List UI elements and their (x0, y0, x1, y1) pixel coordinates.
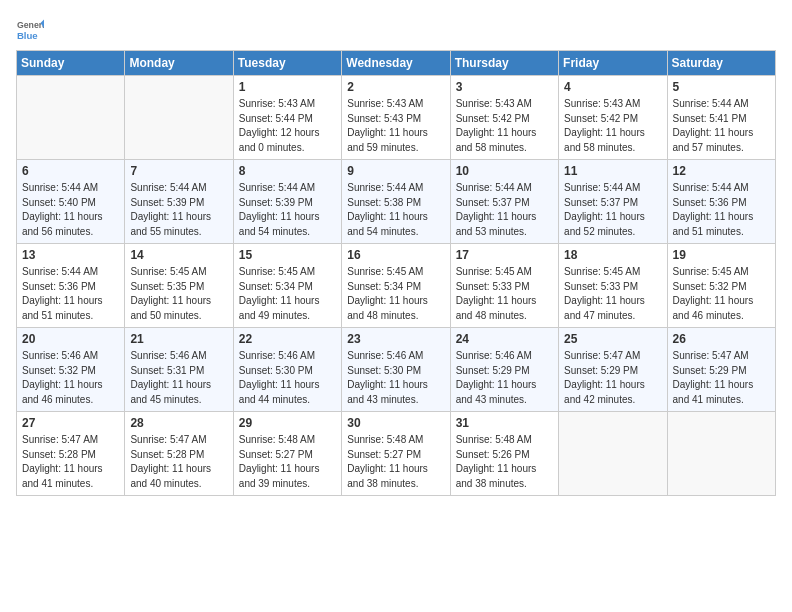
cell-details: Sunrise: 5:44 AM Sunset: 5:36 PM Dayligh… (673, 181, 770, 239)
calendar-cell: 26Sunrise: 5:47 AM Sunset: 5:29 PM Dayli… (667, 328, 775, 412)
day-number: 17 (456, 248, 553, 262)
cell-details: Sunrise: 5:44 AM Sunset: 5:37 PM Dayligh… (456, 181, 553, 239)
day-number: 4 (564, 80, 661, 94)
cell-details: Sunrise: 5:45 AM Sunset: 5:33 PM Dayligh… (456, 265, 553, 323)
weekday-header-friday: Friday (559, 51, 667, 76)
day-number: 22 (239, 332, 336, 346)
day-number: 20 (22, 332, 119, 346)
weekday-header-row: SundayMondayTuesdayWednesdayThursdayFrid… (17, 51, 776, 76)
day-number: 25 (564, 332, 661, 346)
day-number: 27 (22, 416, 119, 430)
weekday-header-saturday: Saturday (667, 51, 775, 76)
day-number: 5 (673, 80, 770, 94)
logo-icon: General Blue (16, 16, 44, 44)
calendar-cell: 5Sunrise: 5:44 AM Sunset: 5:41 PM Daylig… (667, 76, 775, 160)
day-number: 1 (239, 80, 336, 94)
cell-details: Sunrise: 5:48 AM Sunset: 5:26 PM Dayligh… (456, 433, 553, 491)
day-number: 11 (564, 164, 661, 178)
calendar-cell: 3Sunrise: 5:43 AM Sunset: 5:42 PM Daylig… (450, 76, 558, 160)
calendar-cell: 1Sunrise: 5:43 AM Sunset: 5:44 PM Daylig… (233, 76, 341, 160)
day-number: 6 (22, 164, 119, 178)
calendar-cell: 13Sunrise: 5:44 AM Sunset: 5:36 PM Dayli… (17, 244, 125, 328)
cell-details: Sunrise: 5:46 AM Sunset: 5:32 PM Dayligh… (22, 349, 119, 407)
calendar-cell: 6Sunrise: 5:44 AM Sunset: 5:40 PM Daylig… (17, 160, 125, 244)
cell-details: Sunrise: 5:48 AM Sunset: 5:27 PM Dayligh… (239, 433, 336, 491)
calendar-cell: 12Sunrise: 5:44 AM Sunset: 5:36 PM Dayli… (667, 160, 775, 244)
calendar-table: SundayMondayTuesdayWednesdayThursdayFrid… (16, 50, 776, 496)
calendar-cell: 2Sunrise: 5:43 AM Sunset: 5:43 PM Daylig… (342, 76, 450, 160)
calendar-cell: 19Sunrise: 5:45 AM Sunset: 5:32 PM Dayli… (667, 244, 775, 328)
calendar-cell: 15Sunrise: 5:45 AM Sunset: 5:34 PM Dayli… (233, 244, 341, 328)
cell-details: Sunrise: 5:46 AM Sunset: 5:30 PM Dayligh… (239, 349, 336, 407)
page-header: General Blue (16, 16, 776, 44)
weekday-header-tuesday: Tuesday (233, 51, 341, 76)
calendar-week-1: 1Sunrise: 5:43 AM Sunset: 5:44 PM Daylig… (17, 76, 776, 160)
cell-details: Sunrise: 5:45 AM Sunset: 5:34 PM Dayligh… (239, 265, 336, 323)
calendar-cell: 27Sunrise: 5:47 AM Sunset: 5:28 PM Dayli… (17, 412, 125, 496)
calendar-cell: 21Sunrise: 5:46 AM Sunset: 5:31 PM Dayli… (125, 328, 233, 412)
day-number: 3 (456, 80, 553, 94)
cell-details: Sunrise: 5:46 AM Sunset: 5:31 PM Dayligh… (130, 349, 227, 407)
cell-details: Sunrise: 5:48 AM Sunset: 5:27 PM Dayligh… (347, 433, 444, 491)
calendar-cell (17, 76, 125, 160)
day-number: 14 (130, 248, 227, 262)
cell-details: Sunrise: 5:44 AM Sunset: 5:41 PM Dayligh… (673, 97, 770, 155)
day-number: 15 (239, 248, 336, 262)
calendar-cell: 14Sunrise: 5:45 AM Sunset: 5:35 PM Dayli… (125, 244, 233, 328)
logo: General Blue (16, 16, 44, 44)
day-number: 19 (673, 248, 770, 262)
calendar-cell: 25Sunrise: 5:47 AM Sunset: 5:29 PM Dayli… (559, 328, 667, 412)
calendar-cell: 31Sunrise: 5:48 AM Sunset: 5:26 PM Dayli… (450, 412, 558, 496)
cell-details: Sunrise: 5:44 AM Sunset: 5:38 PM Dayligh… (347, 181, 444, 239)
cell-details: Sunrise: 5:45 AM Sunset: 5:35 PM Dayligh… (130, 265, 227, 323)
cell-details: Sunrise: 5:45 AM Sunset: 5:32 PM Dayligh… (673, 265, 770, 323)
calendar-cell: 9Sunrise: 5:44 AM Sunset: 5:38 PM Daylig… (342, 160, 450, 244)
calendar-cell: 10Sunrise: 5:44 AM Sunset: 5:37 PM Dayli… (450, 160, 558, 244)
calendar-cell: 28Sunrise: 5:47 AM Sunset: 5:28 PM Dayli… (125, 412, 233, 496)
cell-details: Sunrise: 5:45 AM Sunset: 5:33 PM Dayligh… (564, 265, 661, 323)
day-number: 21 (130, 332, 227, 346)
day-number: 23 (347, 332, 444, 346)
weekday-header-thursday: Thursday (450, 51, 558, 76)
cell-details: Sunrise: 5:43 AM Sunset: 5:44 PM Dayligh… (239, 97, 336, 155)
day-number: 7 (130, 164, 227, 178)
cell-details: Sunrise: 5:47 AM Sunset: 5:29 PM Dayligh… (673, 349, 770, 407)
cell-details: Sunrise: 5:44 AM Sunset: 5:39 PM Dayligh… (239, 181, 336, 239)
cell-details: Sunrise: 5:47 AM Sunset: 5:29 PM Dayligh… (564, 349, 661, 407)
calendar-cell: 23Sunrise: 5:46 AM Sunset: 5:30 PM Dayli… (342, 328, 450, 412)
calendar-cell (559, 412, 667, 496)
calendar-cell: 4Sunrise: 5:43 AM Sunset: 5:42 PM Daylig… (559, 76, 667, 160)
day-number: 29 (239, 416, 336, 430)
day-number: 2 (347, 80, 444, 94)
calendar-cell: 24Sunrise: 5:46 AM Sunset: 5:29 PM Dayli… (450, 328, 558, 412)
calendar-week-4: 20Sunrise: 5:46 AM Sunset: 5:32 PM Dayli… (17, 328, 776, 412)
cell-details: Sunrise: 5:46 AM Sunset: 5:30 PM Dayligh… (347, 349, 444, 407)
day-number: 8 (239, 164, 336, 178)
weekday-header-wednesday: Wednesday (342, 51, 450, 76)
cell-details: Sunrise: 5:44 AM Sunset: 5:39 PM Dayligh… (130, 181, 227, 239)
cell-details: Sunrise: 5:43 AM Sunset: 5:42 PM Dayligh… (564, 97, 661, 155)
cell-details: Sunrise: 5:47 AM Sunset: 5:28 PM Dayligh… (22, 433, 119, 491)
cell-details: Sunrise: 5:44 AM Sunset: 5:40 PM Dayligh… (22, 181, 119, 239)
calendar-week-2: 6Sunrise: 5:44 AM Sunset: 5:40 PM Daylig… (17, 160, 776, 244)
cell-details: Sunrise: 5:43 AM Sunset: 5:42 PM Dayligh… (456, 97, 553, 155)
calendar-cell: 20Sunrise: 5:46 AM Sunset: 5:32 PM Dayli… (17, 328, 125, 412)
day-number: 18 (564, 248, 661, 262)
calendar-cell: 7Sunrise: 5:44 AM Sunset: 5:39 PM Daylig… (125, 160, 233, 244)
cell-details: Sunrise: 5:47 AM Sunset: 5:28 PM Dayligh… (130, 433, 227, 491)
weekday-header-sunday: Sunday (17, 51, 125, 76)
calendar-cell: 30Sunrise: 5:48 AM Sunset: 5:27 PM Dayli… (342, 412, 450, 496)
day-number: 26 (673, 332, 770, 346)
calendar-cell: 22Sunrise: 5:46 AM Sunset: 5:30 PM Dayli… (233, 328, 341, 412)
day-number: 9 (347, 164, 444, 178)
cell-details: Sunrise: 5:43 AM Sunset: 5:43 PM Dayligh… (347, 97, 444, 155)
cell-details: Sunrise: 5:45 AM Sunset: 5:34 PM Dayligh… (347, 265, 444, 323)
cell-details: Sunrise: 5:44 AM Sunset: 5:36 PM Dayligh… (22, 265, 119, 323)
day-number: 28 (130, 416, 227, 430)
calendar-cell (125, 76, 233, 160)
calendar-cell: 17Sunrise: 5:45 AM Sunset: 5:33 PM Dayli… (450, 244, 558, 328)
calendar-week-5: 27Sunrise: 5:47 AM Sunset: 5:28 PM Dayli… (17, 412, 776, 496)
calendar-cell: 8Sunrise: 5:44 AM Sunset: 5:39 PM Daylig… (233, 160, 341, 244)
day-number: 12 (673, 164, 770, 178)
svg-text:General: General (17, 20, 44, 30)
